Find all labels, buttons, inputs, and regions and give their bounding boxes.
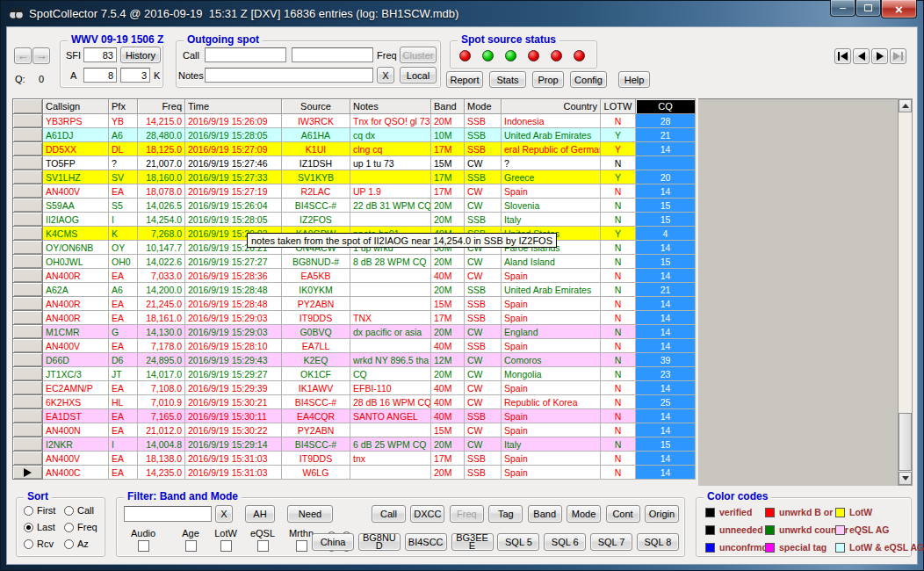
row-selector[interactable] — [13, 241, 43, 255]
table-row[interactable]: AN400VEA7,178.02016/9/19 15:28:10EA7LL40… — [13, 339, 696, 353]
filter-check-audio[interactable]: Audio — [124, 528, 162, 552]
filter-button-bi4scc[interactable]: BI4SCC — [405, 533, 447, 551]
table-row[interactable]: AN400REA18,161.02016/9/19 15:29:03IT9DDS… — [13, 311, 696, 325]
row-selector[interactable] — [13, 395, 43, 409]
report-button[interactable]: Report — [446, 71, 483, 88]
outgoing-notes-input[interactable] — [205, 68, 373, 83]
table-row[interactable]: S59AAS514,026.52016/9/19 15:26:04BI4SCC-… — [13, 199, 696, 213]
table-row[interactable]: EA1DSTEA7,165.02016/9/19 15:30:11EA4CQRS… — [13, 409, 696, 423]
table-row[interactable]: A62AA614,200.02016/9/19 15:28:48IK0YKM20… — [13, 283, 696, 297]
filter-button-call[interactable]: Call — [372, 505, 406, 523]
filter-checkbox-mrthn[interactable] — [296, 540, 307, 552]
table-row[interactable]: AN400NEA21,012.02016/9/19 15:30:22PY2ABN… — [13, 423, 696, 437]
filter-button-sql-7[interactable]: SQL 7 — [590, 533, 632, 551]
table-row[interactable]: JT1XC/3JT14,017.02016/9/19 15:29:27OK1CF… — [13, 367, 696, 381]
filter-checkbox-lotw[interactable] — [220, 540, 232, 552]
row-selector[interactable] — [13, 339, 43, 353]
notes-clear-button[interactable]: X — [377, 67, 394, 83]
row-selector[interactable] — [13, 199, 43, 213]
row-selector[interactable] — [13, 142, 43, 156]
row-selector[interactable] — [13, 297, 43, 311]
titlebar[interactable]: SpotCollector 7.5.4 @ 2016-09-19 15:31 Z… — [0, 0, 924, 26]
spot-next-button[interactable]: → — [32, 47, 50, 64]
filter-check-lotw[interactable]: LotW — [206, 528, 245, 552]
table-row[interactable]: AN400REA21,245.02016/9/19 15:28:48PY2ABN… — [13, 297, 696, 311]
row-selector[interactable] — [13, 114, 43, 128]
filter-button-sql-8[interactable]: SQL 8 — [637, 533, 679, 551]
need-button[interactable]: Need — [287, 505, 333, 523]
filter-checkbox-age[interactable] — [185, 540, 197, 552]
row-selector[interactable] — [13, 437, 43, 452]
maximize-button[interactable] — [855, 0, 881, 17]
row-selector[interactable] — [13, 269, 43, 283]
row-selector[interactable] — [13, 423, 43, 437]
filter-button-cont[interactable]: Cont — [606, 505, 640, 523]
filter-check-eqsl[interactable]: eQSL — [243, 528, 282, 552]
cluster-button[interactable]: Cluster — [400, 47, 437, 63]
sort-radio-first[interactable] — [24, 506, 33, 516]
row-selector[interactable] — [13, 409, 43, 423]
history-button[interactable]: History — [120, 47, 161, 63]
column-header-cq[interactable]: CQ — [636, 99, 696, 114]
row-selector[interactable] — [13, 466, 43, 480]
table-row[interactable]: AN400VEA18,138.02016/9/19 15:31:03IT9DDS… — [13, 452, 696, 466]
table-row[interactable]: AN400CEA14,235.02016/9/19 15:31:03W6LG20… — [13, 466, 696, 480]
sort-option-call[interactable]: Call — [64, 505, 94, 516]
scroll-up-button[interactable] — [899, 99, 912, 112]
local-button[interactable]: Local — [400, 67, 437, 83]
ah-button[interactable]: AH — [245, 505, 275, 523]
column-header-pfx[interactable]: Pfx — [109, 99, 138, 114]
record-first-button[interactable] — [834, 48, 851, 64]
table-row[interactable]: D66DD624,895.02016/9/19 15:29:43K2EQwrkd… — [13, 353, 696, 367]
row-selector[interactable] — [13, 128, 43, 142]
row-selector[interactable] — [13, 452, 43, 466]
help-button[interactable]: Help — [618, 71, 650, 88]
row-selector[interactable] — [13, 325, 43, 339]
column-header-country[interactable]: Country — [502, 99, 601, 114]
record-next-button[interactable] — [871, 48, 888, 64]
table-row[interactable]: DD5XXDL18,125.02016/9/19 15:27:09K1UIcln… — [13, 142, 696, 156]
column-header-lotw[interactable]: LOTW — [601, 99, 636, 114]
row-selector[interactable] — [13, 156, 43, 170]
row-selector[interactable] — [13, 213, 43, 227]
table-row[interactable]: EC2AMN/PEA7,108.02016/9/19 15:29:39IK1AW… — [13, 381, 696, 395]
record-last-button[interactable] — [890, 48, 906, 64]
filter-button-band[interactable]: Band — [528, 505, 562, 523]
sort-option-last[interactable]: Last — [24, 522, 55, 532]
filter-button-bg3ee-e[interactable]: BG3EEE — [451, 533, 494, 551]
sort-option-first[interactable]: First — [24, 505, 55, 516]
table-row[interactable]: YB3RPSYB14,215.02016/9/19 15:26:09IW3RCK… — [13, 114, 696, 128]
row-selector[interactable] — [13, 184, 43, 199]
filter-input[interactable] — [124, 506, 212, 522]
filter-button-origin[interactable]: Origin — [645, 505, 679, 523]
filter-button-sql-5[interactable]: SQL 5 — [497, 533, 539, 551]
sort-option-rcv[interactable]: Rcv — [24, 538, 54, 549]
spot-prev-button[interactable]: ← — [14, 47, 32, 64]
row-selector[interactable] — [13, 170, 43, 184]
row-selector[interactable] — [13, 353, 43, 367]
filter-button-freq[interactable]: Freq — [450, 505, 484, 523]
a-index-field[interactable]: 8 — [83, 68, 117, 83]
filter-button-dxcc[interactable]: DXCC — [410, 505, 444, 523]
sort-radio-az[interactable] — [64, 539, 74, 549]
column-header-time[interactable]: Time — [185, 99, 282, 114]
sfi-field[interactable]: 83 — [83, 47, 117, 62]
column-header-freq[interactable]: Freq — [138, 99, 185, 114]
filter-button-mode[interactable]: Mode — [567, 505, 601, 523]
outgoing-freq-input[interactable] — [292, 47, 373, 62]
table-row[interactable]: M1CMRG14,130.02016/9/19 15:29:03G0BVQdx … — [13, 325, 696, 339]
sort-radio-last[interactable] — [24, 523, 33, 532]
row-selector[interactable] — [13, 255, 43, 269]
table-row[interactable]: II2IAOGI14,254.02016/9/19 15:28:05IZ2FOS… — [13, 213, 696, 227]
grid-vertical-scrollbar[interactable] — [898, 98, 913, 486]
table-row[interactable]: OH0JWLOH014,022.62016/9/19 15:27:27BG8NU… — [13, 255, 696, 269]
filter-button-china[interactable]: China — [312, 533, 354, 551]
column-header-notes[interactable]: Notes — [350, 99, 431, 114]
record-prev-button[interactable] — [853, 48, 870, 64]
table-row[interactable]: AN400VEA18,078.02016/9/19 15:27:19R2LACU… — [13, 184, 696, 199]
sort-option-freq[interactable]: Freq — [64, 522, 97, 532]
stats-button[interactable]: Stats — [489, 71, 526, 88]
filter-button-sql-6[interactable]: SQL 6 — [544, 533, 586, 551]
sort-radio-call[interactable] — [64, 506, 74, 516]
prop-button[interactable]: Prop — [532, 71, 564, 88]
